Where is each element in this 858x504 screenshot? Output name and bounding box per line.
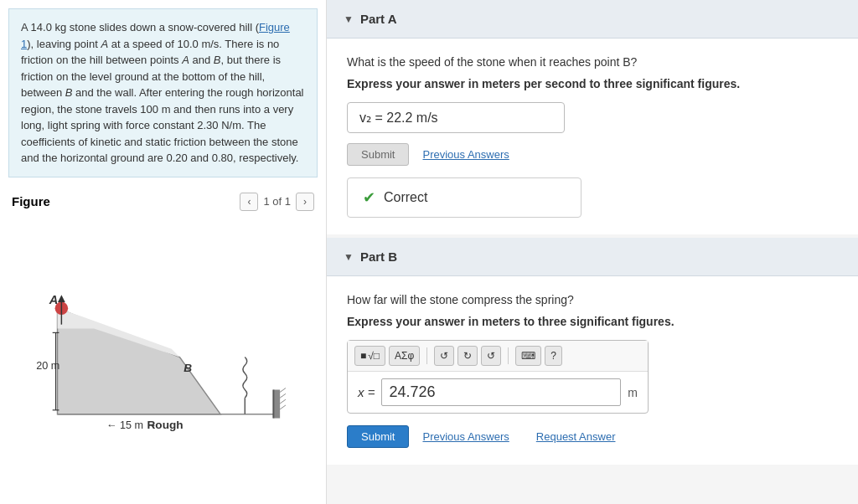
figure-diagram: A B 20 m ← 15 m → Rough [29,284,297,435]
part-b-instruction: Express your answer in meters to three s… [347,315,838,328]
part-b-section: ▼ Part B How far will the stone compress… [327,238,858,465]
part-b-arrow-icon: ▼ [344,251,354,263]
svg-line-8 [280,399,286,404]
svg-line-7 [280,393,286,398]
figure-title: Figure [12,194,50,208]
part-b-submit-button[interactable]: Submit [347,425,409,448]
part-b-content: How far will the stone compress the spri… [327,276,858,465]
problem-text: A 14.0 kg stone slides down a snow-cover… [8,8,318,177]
part-a-header[interactable]: ▼ Part A [327,0,858,39]
toolbar-separator-2 [508,347,509,364]
figure-nav: ‹ 1 of 1 › [240,193,314,211]
part-b-prev-answers-link[interactable]: Previous Answers [422,430,509,443]
svg-text:Rough: Rough [147,419,183,431]
math-redo-button[interactable]: ↻ [457,346,478,366]
svg-text:B: B [183,362,192,374]
part-a-prev-answers-link[interactable]: Previous Answers [422,148,509,161]
toolbar-separator [426,347,427,364]
redo-icon: ↻ [463,350,472,362]
part-a-arrow-icon: ▼ [344,13,354,25]
part-b-header[interactable]: ▼ Part B [327,238,858,276]
math-keyboard-button[interactable]: ⌨ [515,346,541,366]
undo-icon: ↺ [440,350,448,362]
math-template-button[interactable]: ■ √□ [354,346,385,366]
figure-next-button[interactable]: › [296,193,314,211]
part-a-submit-row: Submit Previous Answers [347,143,838,166]
part-a-correct-label: Correct [384,190,427,205]
part-a-question: What is the speed of the stone when it r… [347,55,838,69]
figure-page: 1 of 1 [263,195,291,208]
math-symbols-button[interactable]: ΑΣφ [389,346,420,366]
part-a-section: ▼ Part A What is the speed of the stone … [327,0,858,234]
math-sqrt-icon: √□ [368,350,380,362]
part-a-instruction: Express your answer in meters per second… [347,77,838,90]
part-a-correct-box: ✔ Correct [347,177,581,218]
figure-prev-button[interactable]: ‹ [240,193,258,211]
math-unit-label: m [628,386,638,399]
math-toolbar: ■ √□ ΑΣφ ↺ ↻ ↺ [348,341,648,372]
math-reset-button[interactable]: ↺ [481,346,501,366]
svg-text:A: A [48,293,58,306]
math-help-button[interactable]: ? [545,346,562,366]
math-variable-label: x = [358,385,375,399]
math-template-icon: ■ [360,350,366,362]
correct-check-icon: ✔ [363,188,375,207]
part-b-label: Part B [360,249,397,264]
svg-line-9 [280,405,286,409]
part-b-request-answer-link[interactable]: Request Answer [536,430,616,443]
figure-area: A B 20 m ← 15 m → Rough [8,223,318,496]
reset-icon: ↺ [487,350,495,362]
figure-header: Figure ‹ 1 of 1 › [8,188,318,216]
right-panel: ▼ Part A What is the speed of the stone … [327,0,858,504]
figure-link[interactable]: Figure 1 [21,21,290,50]
left-panel: A 14.0 kg stone slides down a snow-cover… [0,0,327,504]
part-a-submit-button[interactable]: Submit [347,143,409,166]
part-a-content: What is the speed of the stone when it r… [327,39,858,234]
math-answer-input[interactable] [381,378,621,406]
math-sigma-icon: ΑΣφ [395,350,414,362]
part-a-label: Part A [360,12,397,26]
help-icon: ? [550,350,556,362]
keyboard-icon: ⌨ [521,350,535,362]
svg-line-6 [280,388,286,392]
math-input-row: x = m [348,372,648,413]
part-a-answer-box: v₂ = 22.2 m/s [347,102,565,133]
math-input-container: ■ √□ ΑΣφ ↺ ↻ ↺ [347,340,649,414]
part-b-submit-row: Submit Previous Answers Request Answer [347,425,838,448]
math-undo-button[interactable]: ↺ [434,346,454,366]
svg-rect-4 [273,389,280,418]
part-b-question: How far will the stone compress the spri… [347,293,838,306]
